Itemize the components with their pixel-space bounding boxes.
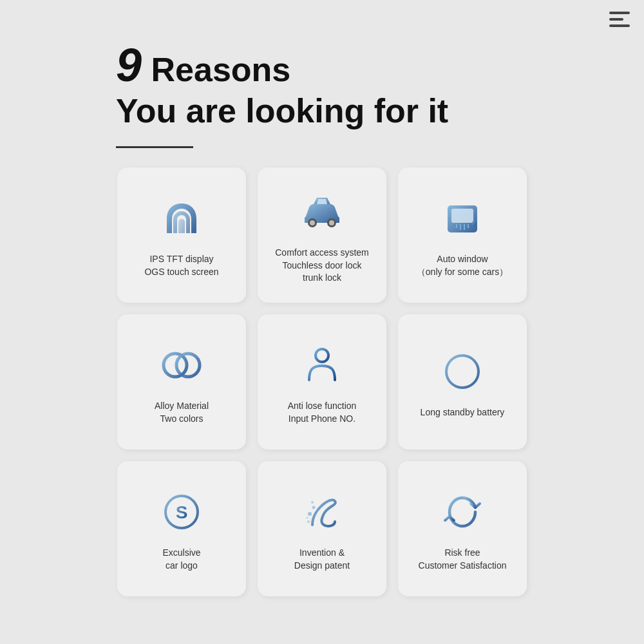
card-comfort-access-label: Comfort access systemTouchless door lock…: [275, 247, 368, 285]
svg-rect-2: [609, 24, 630, 27]
card-long-standby-label: Long standby battery: [421, 406, 505, 419]
icon-exculsive: S: [156, 486, 207, 538]
card-anti-lose: Anti lose functionInput Phone NO.: [258, 314, 386, 450]
card-auto-window: Auto window（only for some cars）: [398, 167, 527, 303]
card-exculsive-label: Exculsivecar logo: [162, 547, 200, 572]
icon-risk-free: [437, 486, 488, 538]
svg-rect-1: [609, 18, 623, 21]
header: 9 Reasons You are looking for it: [0, 0, 644, 137]
card-comfort-access: Comfort access systemTouchless door lock…: [258, 167, 386, 303]
card-invention-label: Invention &Design patent: [294, 547, 350, 572]
svg-point-16: [316, 349, 328, 362]
card-auto-window-label: Auto window（only for some cars）: [417, 253, 508, 278]
card-ips-tft-label: IPS TFT displayOGS touch screen: [144, 253, 218, 278]
icon-alloy-material: [156, 339, 207, 391]
page-title: 9 Reasons You are looking for it: [116, 39, 644, 131]
icon-comfort-access: [296, 186, 348, 238]
svg-point-23: [308, 512, 312, 516]
svg-point-26: [307, 517, 308, 519]
card-long-standby: Long standby battery: [398, 314, 527, 450]
svg-rect-8: [451, 209, 473, 223]
icon-invention: [296, 486, 348, 538]
svg-point-6: [329, 220, 334, 225]
icon-ips-tft: [156, 193, 207, 244]
icon-anti-lose: [296, 339, 348, 391]
icon-long-standby: [437, 346, 488, 397]
svg-point-25: [307, 520, 310, 523]
card-alloy-material-label: Alloy MaterialTwo colors: [155, 400, 209, 425]
menu-icon[interactable]: [609, 12, 630, 32]
card-invention: Invention &Design patent: [258, 461, 386, 596]
card-risk-free: Risk freeCustomer Satisfaction: [398, 461, 527, 596]
feature-grid: IPS TFT displayOGS touch screen: [0, 148, 644, 596]
svg-rect-0: [609, 12, 630, 14]
card-anti-lose-label: Anti lose functionInput Phone NO.: [288, 400, 357, 425]
card-risk-free-label: Risk freeCustomer Satisfaction: [419, 547, 507, 572]
card-exculsive: S Exculsivecar logo: [117, 461, 246, 596]
svg-point-24: [312, 506, 316, 509]
card-ips-tft: IPS TFT displayOGS touch screen: [117, 167, 246, 303]
card-alloy-material: Alloy MaterialTwo colors: [117, 314, 246, 450]
svg-text:S: S: [176, 502, 188, 522]
svg-point-27: [311, 501, 314, 504]
svg-point-4: [310, 220, 315, 225]
svg-rect-9: [472, 220, 476, 227]
icon-auto-window: [437, 193, 488, 244]
